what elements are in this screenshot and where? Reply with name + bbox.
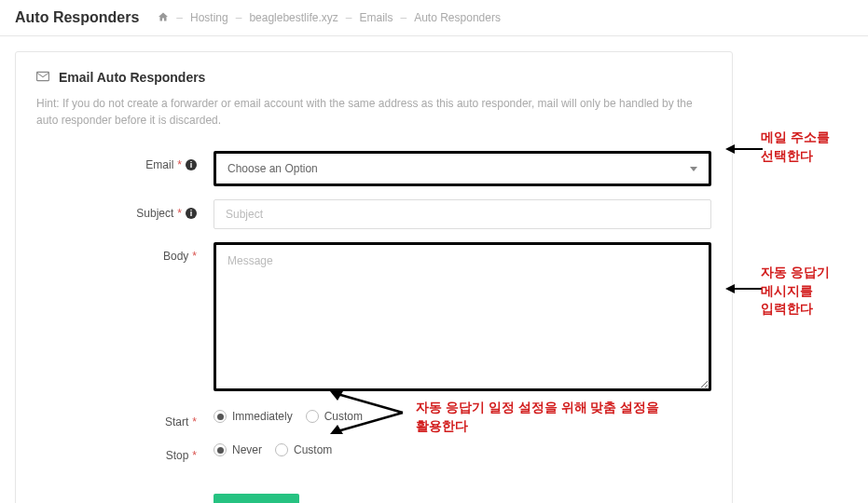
stop-custom-radio[interactable]: Custom [275,443,332,456]
body-label: Body* [36,242,214,263]
email-label: Email* i [36,151,214,171]
annotation-email: 메일 주소를 선택한다 [761,129,830,165]
email-select-value: Choose an Option [227,162,318,175]
home-icon[interactable] [158,11,169,25]
breadcrumb-hosting[interactable]: Hosting [190,11,228,24]
email-select[interactable]: Choose an Option [214,151,711,186]
panel-title: Email Auto Responders [59,70,205,85]
body-textarea[interactable] [214,242,711,391]
page-title: Auto Responders [15,9,139,26]
subject-label: Subject* i [36,199,214,220]
body-row: Body* [36,242,711,395]
breadcrumb-separator: – [346,11,352,24]
start-immediately-radio[interactable]: Immediately [214,410,293,423]
info-icon[interactable]: i [186,159,197,170]
breadcrumb: – Hosting – beaglebestlife.xyz – Emails … [158,11,501,25]
stop-label: Stop* [36,442,214,462]
subject-row: Subject* i [36,199,711,229]
subject-input[interactable] [214,199,711,229]
main-panel: Email Auto Responders Hint: If you do no… [15,51,733,503]
email-row: Email* i Choose an Option [36,151,711,186]
create-button[interactable]: Create [214,494,299,503]
breadcrumb-domain[interactable]: beaglebestlife.xyz [249,11,338,24]
start-custom-radio[interactable]: Custom [306,410,363,423]
breadcrumb-separator: – [401,11,407,24]
chevron-down-icon [690,167,697,171]
breadcrumb-separator: – [236,11,242,24]
annotation-schedule: 자동 응답기 일정 설정을 위해 맞춤 설정을 활용한다 [416,399,659,435]
stop-never-radio[interactable]: Never [214,443,262,456]
page-header: Auto Responders – Hosting – beaglebestli… [0,0,868,36]
start-label: Start* [36,408,214,428]
annotation-body: 자동 응답기 메시지를 입력한다 [761,264,830,319]
breadcrumb-separator: – [176,11,183,24]
stop-row: Stop* Never Custom [36,442,711,462]
panel-header: Email Auto Responders [36,69,711,86]
mail-icon [36,69,49,86]
stop-radio-group: Never Custom [214,442,711,456]
panel-hint: Hint: If you do not create a forwarder o… [36,95,711,129]
breadcrumb-current: Auto Responders [414,11,501,24]
info-icon[interactable]: i [186,208,197,219]
breadcrumb-emails[interactable]: Emails [359,11,393,24]
